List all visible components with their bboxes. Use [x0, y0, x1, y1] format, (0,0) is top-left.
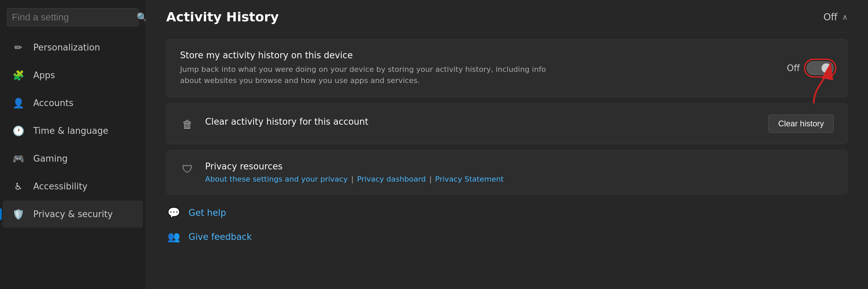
- privacy-security-icon: 🛡️: [11, 207, 26, 222]
- sidebar-item-accounts[interactable]: 👤 Accounts: [3, 89, 143, 117]
- give-feedback-link[interactable]: 👥 Give feedback: [166, 225, 848, 249]
- link-separator-2: |: [429, 175, 432, 183]
- sidebar-item-label: Accounts: [33, 98, 74, 108]
- get-help-link[interactable]: 💬 Get help: [166, 201, 848, 225]
- personalization-icon: ✏️: [11, 40, 26, 55]
- search-input[interactable]: [12, 12, 133, 23]
- sidebar-item-gaming[interactable]: 🎮 Gaming: [3, 145, 143, 172]
- trash-icon: 🗑: [180, 118, 195, 131]
- sidebar-item-personalization[interactable]: ✏️ Personalization: [3, 34, 143, 61]
- privacy-links: About these settings and your privacy | …: [205, 175, 834, 183]
- give-feedback-label: Give feedback: [189, 232, 252, 242]
- get-help-icon: 💬: [166, 207, 181, 219]
- store-activity-desc: Jump back into what you were doing on yo…: [180, 64, 553, 86]
- about-settings-link[interactable]: About these settings and your privacy: [205, 175, 348, 183]
- header-status-area: Off ∧: [824, 12, 848, 23]
- link-separator-1: |: [351, 175, 353, 183]
- page-header: Activity History Off ∧: [166, 0, 848, 33]
- sidebar-item-label: Privacy & security: [33, 209, 113, 219]
- sidebar-item-privacy-security[interactable]: 🛡️ Privacy & security: [3, 201, 143, 228]
- privacy-statement-link[interactable]: Privacy Statement: [435, 175, 504, 183]
- sidebar-item-label: Time & language: [33, 126, 108, 136]
- toggle-off-label: Off: [787, 63, 800, 73]
- sidebar-item-accessibility[interactable]: ♿ Accessibility: [3, 173, 143, 200]
- sidebar-item-label: Personalization: [33, 42, 100, 53]
- header-off-label: Off: [824, 12, 837, 23]
- sidebar-item-label: Apps: [33, 70, 55, 80]
- chevron-up-icon[interactable]: ∧: [842, 13, 848, 21]
- privacy-resources-card: 🛡 Privacy resources About these settings…: [166, 150, 848, 194]
- sidebar-item-apps[interactable]: 🧩 Apps: [3, 62, 143, 89]
- bottom-links: 💬 Get help 👥 Give feedback: [166, 201, 848, 249]
- accounts-icon: 👤: [11, 96, 26, 110]
- page-title: Activity History: [166, 9, 279, 24]
- clear-history-button[interactable]: Clear history: [768, 115, 834, 133]
- nav-list: ✏️ Personalization 🧩 Apps 👤 Accounts 🕐 T…: [0, 33, 145, 289]
- search-bar[interactable]: 🔍: [7, 8, 139, 26]
- sidebar: 🔍 ✏️ Personalization 🧩 Apps 👤 Accounts 🕐…: [0, 0, 146, 289]
- accessibility-icon: ♿: [11, 179, 26, 194]
- clear-history-title: Clear activity history for this account: [205, 117, 758, 127]
- store-activity-toggle-area: Off: [787, 61, 834, 75]
- store-activity-title: Store my activity history on this device: [180, 50, 777, 60]
- main-content: Activity History Off ∧ Store my activity…: [146, 0, 868, 289]
- shield-icon: 🛡: [180, 163, 195, 176]
- sidebar-item-time-language[interactable]: 🕐 Time & language: [3, 117, 143, 144]
- toggle-thumb: [822, 63, 831, 73]
- privacy-dashboard-link[interactable]: Privacy dashboard: [357, 175, 426, 183]
- clear-history-card: 🗑 Clear activity history for this accoun…: [166, 103, 848, 144]
- give-feedback-icon: 👥: [166, 231, 181, 243]
- sidebar-item-label: Gaming: [33, 153, 68, 164]
- time-language-icon: 🕐: [11, 123, 26, 138]
- store-activity-card: Store my activity history on this device…: [166, 39, 848, 97]
- apps-icon: 🧩: [11, 68, 26, 83]
- sidebar-item-label: Accessibility: [33, 181, 87, 191]
- gaming-icon: 🎮: [11, 151, 26, 166]
- privacy-resources-title: Privacy resources: [205, 161, 834, 171]
- get-help-label: Get help: [189, 208, 226, 218]
- activity-toggle[interactable]: [807, 61, 834, 75]
